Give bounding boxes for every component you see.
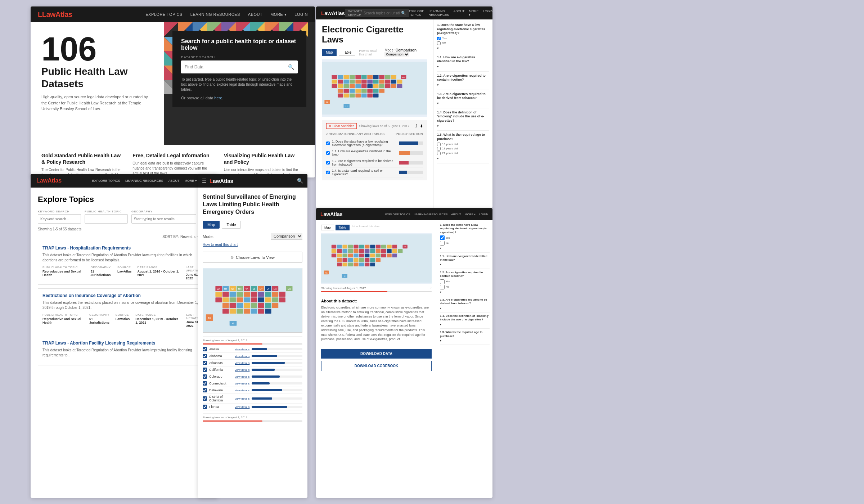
download-icon[interactable]: ⬇ <box>420 124 423 129</box>
nav4-explore[interactable]: EXPLORE TOPICS <box>409 9 424 17</box>
state-checkbox-connecticut[interactable] <box>203 381 207 386</box>
nav5-explore[interactable]: EXPLORE TOPICS <box>385 213 410 216</box>
sidebar5-cb-no-3[interactable] <box>440 285 445 289</box>
state-checkbox-dc[interactable] <box>203 396 207 401</box>
ecig-bottom-tab-map[interactable]: Map <box>321 225 334 230</box>
nav-explore-topics[interactable]: EXPLORE TOPICS <box>145 12 183 17</box>
mode-select-3[interactable]: Comparison <box>271 233 302 240</box>
sidebar5-expand-6[interactable]: ▾ <box>440 339 441 342</box>
sidebar5-expand-5[interactable]: ▾ <box>440 323 441 326</box>
nav2-more[interactable]: MORE ▾ <box>184 179 197 183</box>
card-title-2[interactable]: TRAP Laws - Abortion Facility Licensing … <box>42 341 206 346</box>
state-checkbox-arkansas[interactable] <box>203 361 207 365</box>
nav5-login[interactable]: LOGIN <box>479 213 488 216</box>
nav4-more[interactable]: MORE ▾ <box>469 9 478 17</box>
bottom-slider-5[interactable] <box>321 291 432 292</box>
expand-icon-6[interactable]: ▾ <box>437 157 439 160</box>
sidebar5-cb-no[interactable] <box>440 241 445 246</box>
state-checkbox-delaware[interactable] <box>203 388 207 392</box>
sidebar-cb-21[interactable] <box>437 152 441 155</box>
share-icon[interactable]: ⤴ <box>415 124 418 128</box>
state-link-connecticut[interactable]: view details <box>235 382 249 385</box>
state-link-alaska[interactable]: view details <box>235 348 249 351</box>
area-cb-0[interactable] <box>326 141 330 145</box>
sidebar5-cb-yes-3[interactable] <box>440 279 445 284</box>
expand-icon-1[interactable]: ▾ <box>437 46 439 50</box>
area-cb-2[interactable] <box>326 161 330 165</box>
search-icon-4[interactable]: 🔍 <box>401 11 406 15</box>
svg-rect-141 <box>343 75 349 79</box>
tab-map-3[interactable]: Map <box>203 221 220 229</box>
svg-rect-213 <box>359 249 364 253</box>
hamburger-icon[interactable]: ☰ <box>202 178 207 184</box>
area-cb-1[interactable] <box>326 151 330 155</box>
how-to-read[interactable]: How to read this chart <box>359 49 382 56</box>
nav4-login[interactable]: LOGIN <box>483 9 492 17</box>
state-link-florida[interactable]: view details <box>235 405 249 409</box>
ecig-mode-select[interactable]: Comparison <box>384 52 409 57</box>
expand-icon-5[interactable]: ▾ <box>437 124 439 128</box>
state-checkbox-florida[interactable] <box>203 405 207 409</box>
state-link-alabama[interactable]: view details <box>235 355 249 358</box>
area-cb-3[interactable] <box>326 171 330 174</box>
sidebar5-expand-3[interactable]: ▾ <box>440 291 441 294</box>
sidebar-cb-yes-1[interactable] <box>437 37 441 40</box>
state-checkbox-alaska[interactable] <box>203 347 207 351</box>
nav4-learning[interactable]: LEARNING RESOURCES <box>428 9 449 17</box>
dataset-search-input[interactable] <box>364 11 400 15</box>
state-checkbox-alabama[interactable] <box>203 354 207 358</box>
search-input[interactable] <box>185 64 288 69</box>
how-to-read-5[interactable]: How to read this chart <box>352 225 381 230</box>
sidebar5-cb-yes[interactable] <box>440 235 445 240</box>
search-icon[interactable]: 🔍 <box>288 64 294 70</box>
nav-more[interactable]: MORE ▾ <box>270 12 287 17</box>
state-link-delaware[interactable]: view details <box>235 389 249 392</box>
download-data-button[interactable]: DOWNLOAD DATA <box>321 349 432 359</box>
nav5-more[interactable]: MORE ▾ <box>465 213 476 216</box>
nav5-about[interactable]: ABOUT <box>451 213 461 216</box>
sidebar5-expand-4[interactable]: ▾ <box>440 307 441 310</box>
sidebar-q-title-5: 1.4. Does the definition of 'smoking' in… <box>437 111 489 123</box>
nav5-learning[interactable]: LEARNING RESOURCES <box>414 213 448 216</box>
state-checkbox-california[interactable] <box>203 368 207 372</box>
ecig-tab-map[interactable]: Map <box>322 49 337 56</box>
nav-learning[interactable]: LEARNING RESOURCES <box>190 12 240 17</box>
state-link-colorado[interactable]: view details <box>235 375 249 378</box>
search-icon-3[interactable]: 🔍 <box>297 178 303 184</box>
ecig-bottom-tab-table[interactable]: Table <box>336 225 350 230</box>
topic-input[interactable] <box>85 214 128 224</box>
card-title-0[interactable]: TRAP Laws - Hospitalization Requirements <box>42 246 206 251</box>
sidebar-cb-19[interactable] <box>437 147 441 150</box>
keyword-input[interactable] <box>38 214 81 224</box>
browse-here-link[interactable]: here <box>214 96 222 100</box>
sidebar-cb-no-1[interactable] <box>437 41 441 45</box>
geo-input[interactable] <box>131 214 196 224</box>
nav2-about[interactable]: ABOUT <box>168 179 179 183</box>
clear-variables-button[interactable]: ✕ Clear Variables <box>326 123 357 129</box>
read-chart-link-3[interactable]: How to read this chart <box>203 243 302 247</box>
expand-icon-2[interactable]: ▾ <box>437 65 439 68</box>
card-title-1[interactable]: Restrictions on Insurance Coverage of Ab… <box>42 293 206 298</box>
state-link-arkansas[interactable]: view details <box>235 361 249 365</box>
expand-icon-3[interactable]: ▾ <box>437 83 439 87</box>
svg-rect-217 <box>381 249 386 253</box>
state-link-california[interactable]: view details <box>235 368 249 372</box>
choose-laws-button[interactable]: ⊕ Choose Laws To View <box>203 252 302 263</box>
share-icon-5[interactable]: ⤴ <box>430 287 432 290</box>
sidebar-cb-18[interactable] <box>437 143 441 146</box>
nav-about[interactable]: ABOUT <box>248 12 262 17</box>
date-slider[interactable] <box>203 343 302 345</box>
nav2-learning[interactable]: LEARNING RESOURCES <box>125 179 163 183</box>
nav4-about[interactable]: ABOUT <box>453 9 464 17</box>
ecig-tab-table[interactable]: Table <box>339 49 355 56</box>
nav2-explore[interactable]: EXPLORE TOPICS <box>92 179 120 183</box>
state-link-dc[interactable]: view details <box>235 397 249 400</box>
nav-login[interactable]: LOGIN <box>294 12 308 17</box>
sidebar5-expand-2[interactable]: ▾ <box>440 263 441 266</box>
download-codebook-button[interactable]: DOWNLOAD CODEBOOK <box>321 361 432 371</box>
tab-table-3[interactable]: Table <box>222 221 240 229</box>
expand-icon-4[interactable]: ▾ <box>437 102 439 105</box>
state-checkbox-colorado[interactable] <box>203 374 207 379</box>
bottom-slider-track[interactable] <box>203 420 302 422</box>
sidebar5-expand-1[interactable]: ▾ <box>440 247 441 250</box>
